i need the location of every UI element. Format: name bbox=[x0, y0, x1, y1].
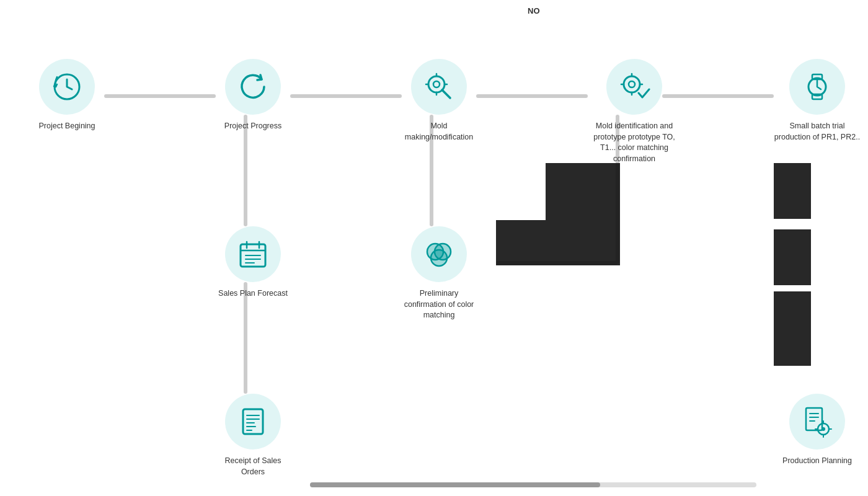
svg-point-38 bbox=[822, 427, 825, 431]
scrollbar-track[interactable] bbox=[310, 482, 756, 487]
shape-block-1 bbox=[546, 163, 620, 265]
venn-icon bbox=[423, 238, 455, 270]
shape-block-3 bbox=[774, 163, 811, 219]
diagram-container: NO Project Begining bbox=[0, 0, 868, 496]
shape-block-4 bbox=[774, 229, 811, 285]
svg-rect-27 bbox=[243, 409, 263, 434]
gear-check-icon bbox=[618, 71, 650, 103]
document-list-icon bbox=[237, 405, 269, 438]
calendar-icon bbox=[237, 238, 269, 270]
svg-rect-33 bbox=[806, 408, 822, 430]
receipt-icon-bg bbox=[225, 394, 281, 450]
mold-id-icon-bg bbox=[606, 59, 662, 115]
svg-point-8 bbox=[624, 76, 640, 92]
node-receipt-orders[interactable]: Receipt of Sales Orders bbox=[216, 394, 290, 477]
refresh-icon bbox=[237, 71, 269, 103]
project-beginning-label: Project Begining bbox=[38, 121, 95, 132]
svg-point-26 bbox=[431, 250, 447, 266]
node-mold-making[interactable]: Mold making/modification bbox=[402, 59, 476, 143]
color-matching-icon-bg bbox=[411, 226, 467, 282]
project-progress-label: Project Progress bbox=[224, 121, 281, 132]
node-color-matching[interactable]: Preliminary confirmation of color matchi… bbox=[402, 226, 476, 321]
mold-making-label: Mold making/modification bbox=[402, 121, 476, 143]
svg-line-2 bbox=[442, 90, 450, 98]
color-matching-label: Preliminary confirmation of color matchi… bbox=[402, 288, 476, 321]
document-gear-icon bbox=[801, 405, 833, 438]
connector-h-3 bbox=[476, 94, 588, 98]
gear-search-icon bbox=[423, 71, 455, 103]
svg-point-3 bbox=[433, 81, 440, 87]
sales-plan-label: Sales Plan Forecast bbox=[218, 288, 288, 299]
node-small-batch[interactable]: Small batch trial production of PR1, PR2… bbox=[774, 59, 861, 143]
project-progress-icon-bg bbox=[225, 59, 281, 115]
svg-point-9 bbox=[629, 81, 635, 87]
project-beginning-icon-bg bbox=[39, 59, 95, 115]
small-batch-label: Small batch trial production of PR1, PR2… bbox=[774, 121, 861, 143]
production-planning-label: Production Planning bbox=[782, 456, 852, 467]
no-label: NO bbox=[524, 5, 544, 17]
node-project-progress[interactable]: Project Progress bbox=[216, 59, 290, 132]
shape-block-5 bbox=[774, 291, 811, 366]
watch-icon bbox=[801, 71, 833, 103]
sales-plan-icon-bg bbox=[225, 226, 281, 282]
node-sales-plan[interactable]: Sales Plan Forecast bbox=[216, 226, 290, 299]
connector-h-1 bbox=[104, 94, 216, 98]
small-batch-icon-bg bbox=[789, 59, 845, 115]
node-production-planning[interactable]: Production Planning bbox=[774, 394, 861, 467]
mold-id-label: Mold identification and prototype protot… bbox=[588, 121, 681, 164]
production-planning-icon-bg bbox=[789, 394, 845, 450]
mold-making-icon-bg bbox=[411, 59, 467, 115]
receipt-orders-label: Receipt of Sales Orders bbox=[216, 456, 290, 477]
node-mold-identification[interactable]: Mold identification and prototype protot… bbox=[588, 59, 681, 164]
clock-refresh-icon bbox=[51, 71, 83, 103]
scrollbar-thumb[interactable] bbox=[310, 482, 600, 487]
shape-block-2 bbox=[496, 220, 546, 265]
connector-h-2 bbox=[290, 94, 402, 98]
node-project-beginning[interactable]: Project Begining bbox=[30, 59, 104, 132]
